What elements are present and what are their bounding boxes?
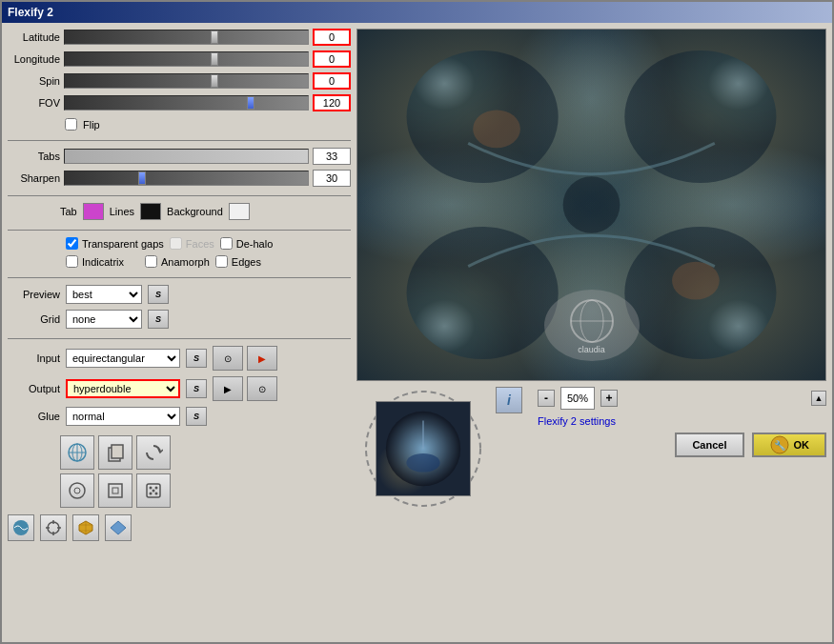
- indicatrix-label: Indicatrix: [82, 256, 124, 268]
- dehalo-label: De-halo: [236, 238, 274, 250]
- copy-btn[interactable]: [98, 435, 132, 470]
- faces-checkbox[interactable]: [170, 237, 182, 250]
- input-play-btn[interactable]: ⊙: [213, 346, 243, 371]
- square-btn[interactable]: [98, 473, 132, 508]
- anamorph-checkbox[interactable]: [145, 255, 157, 268]
- glue-label: Glue: [8, 411, 60, 422]
- fov-slider[interactable]: [64, 95, 309, 111]
- spin-value[interactable]: [313, 72, 351, 90]
- longitude-thumb[interactable]: [211, 52, 218, 66]
- spin-slider[interactable]: [64, 73, 309, 89]
- output-dropdown[interactable]: hyperdouble equirectangular: [66, 379, 180, 398]
- bottom-section: i - 50% +: [356, 387, 826, 636]
- longitude-row: Longitude: [8, 50, 351, 68]
- window-title: Flexify 2: [8, 6, 53, 19]
- grid-row: Grid none lines dots S: [8, 310, 351, 329]
- earth-btn[interactable]: [8, 514, 34, 541]
- info-button[interactable]: i: [496, 387, 522, 413]
- globe-btn[interactable]: [60, 435, 94, 470]
- input-s-button[interactable]: S: [186, 349, 207, 368]
- cancel-button[interactable]: Cancel: [675, 433, 743, 457]
- background-color-swatch[interactable]: [229, 203, 250, 220]
- checkbox-row-2: Indicatrix Anamorph Edges: [8, 255, 351, 268]
- latitude-label: Latitude: [8, 31, 60, 43]
- action-buttons: Cancel 🔧 OK: [538, 433, 826, 457]
- fov-thumb[interactable]: [247, 96, 254, 110]
- edges-row: Edges: [215, 255, 261, 268]
- glue-s-button[interactable]: S: [186, 407, 207, 426]
- glue-dropdown[interactable]: normal blend: [66, 407, 180, 426]
- preview-label: Preview: [8, 289, 60, 300]
- lines-color-swatch[interactable]: [140, 203, 161, 220]
- tab-color-swatch[interactable]: [83, 203, 104, 220]
- ok-button[interactable]: 🔧 OK: [752, 433, 827, 457]
- diamond-btn[interactable]: [105, 514, 132, 541]
- sphere-btn[interactable]: [60, 473, 94, 508]
- anamorph-label: Anamorph: [161, 256, 210, 268]
- svg-point-24: [407, 227, 559, 359]
- input-media-btns: ⊙ ▶: [213, 346, 277, 371]
- indicatrix-row: Indicatrix: [66, 255, 124, 268]
- rotate-btn[interactable]: [136, 435, 171, 470]
- grid-dropdown[interactable]: none lines dots: [66, 310, 142, 329]
- glue-row: Glue normal blend S: [8, 407, 351, 426]
- sharpen-thumb[interactable]: [138, 171, 146, 185]
- tabs-row: Tabs: [8, 148, 351, 165]
- input-record-btn[interactable]: ▶: [247, 346, 277, 371]
- main-window: Flexify 2 Latitude Longitude: [0, 0, 834, 644]
- output-record-btn[interactable]: ⊙: [247, 376, 277, 401]
- indicatrix-checkbox[interactable]: [66, 255, 78, 268]
- latitude-value[interactable]: [313, 29, 351, 46]
- output-s-button[interactable]: S: [186, 379, 207, 398]
- svg-point-28: [672, 262, 720, 300]
- input-dropdown[interactable]: equirectangular cylindrical: [66, 349, 180, 368]
- dehalo-checkbox[interactable]: [220, 237, 233, 250]
- output-row: Output hyperdouble equirectangular S ▶ ⊙: [8, 376, 351, 401]
- box-btn[interactable]: [72, 514, 99, 541]
- longitude-slider[interactable]: [64, 51, 309, 67]
- title-bar: Flexify 2: [2, 2, 832, 23]
- sharpen-value[interactable]: [313, 170, 351, 187]
- preview-s-button[interactable]: S: [148, 285, 169, 304]
- watermark-text: claudia: [578, 345, 605, 354]
- latitude-slider[interactable]: [64, 30, 309, 45]
- svg-point-11: [150, 487, 153, 490]
- sharpen-slider[interactable]: [64, 171, 309, 186]
- right-controls: - 50% + ▲: [528, 387, 826, 457]
- spin-label: Spin: [8, 75, 60, 87]
- tabs-value[interactable]: [313, 148, 351, 165]
- background-color-label: Background: [167, 206, 223, 217]
- flip-checkbox[interactable]: [65, 118, 77, 131]
- sharpen-label: Sharpen: [8, 172, 60, 184]
- grid-s-button[interactable]: S: [148, 310, 169, 329]
- svg-point-6: [70, 483, 85, 498]
- svg-point-27: [473, 111, 520, 149]
- settings-link[interactable]: Flexify 2 settings: [538, 415, 616, 427]
- latitude-thumb[interactable]: [211, 30, 218, 44]
- latitude-row: Latitude: [8, 29, 351, 46]
- svg-rect-8: [109, 484, 122, 497]
- fov-label: FOV: [8, 97, 60, 109]
- transparent-gaps-checkbox[interactable]: [66, 237, 78, 250]
- preview-dropdown[interactable]: best good fast: [66, 285, 142, 304]
- fov-value[interactable]: [313, 94, 351, 111]
- spin-thumb[interactable]: [211, 74, 218, 88]
- tabs-label: Tabs: [8, 151, 60, 162]
- thumbnail-image: [376, 401, 471, 496]
- longitude-label: Longitude: [8, 53, 60, 65]
- edges-checkbox[interactable]: [215, 255, 228, 268]
- longitude-value[interactable]: [313, 50, 351, 68]
- checkbox-row-1: Transparent gaps Faces De-halo: [8, 237, 351, 250]
- zoom-minus-btn[interactable]: -: [538, 390, 555, 407]
- watermark: claudia: [544, 290, 640, 361]
- svg-rect-9: [112, 488, 118, 493]
- dice-btn[interactable]: [136, 473, 171, 508]
- zoom-display: 50%: [560, 387, 595, 410]
- tabs-slider[interactable]: [64, 149, 309, 164]
- thumbnail-container: [356, 387, 490, 511]
- scroll-top-btn[interactable]: ▲: [811, 391, 826, 406]
- crosshair-btn[interactable]: [40, 514, 67, 541]
- zoom-plus-btn[interactable]: +: [600, 390, 618, 407]
- edges-label: Edges: [232, 256, 261, 268]
- output-play-btn[interactable]: ▶: [213, 376, 243, 401]
